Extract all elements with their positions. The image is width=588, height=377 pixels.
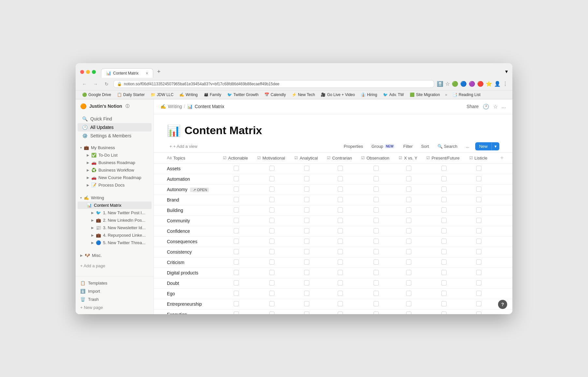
row-topic-cell[interactable]: +⠿Building bbox=[154, 205, 219, 216]
share-nav-icon[interactable]: ⬆️ bbox=[437, 81, 443, 87]
checkbox[interactable] bbox=[338, 207, 343, 213]
new-tab-button[interactable]: + bbox=[154, 66, 164, 77]
checkbox-cell[interactable] bbox=[395, 257, 422, 268]
checkbox[interactable] bbox=[406, 207, 411, 213]
checkbox-cell[interactable] bbox=[253, 226, 290, 236]
checkbox-cell[interactable] bbox=[422, 288, 465, 299]
my-business-header[interactable]: ▾ 💼 My Business bbox=[76, 144, 154, 151]
checkbox[interactable] bbox=[441, 301, 447, 306]
checkbox-cell[interactable] bbox=[219, 216, 253, 226]
import-button[interactable]: ⬇️ Import bbox=[76, 287, 154, 295]
checkbox-cell[interactable] bbox=[357, 184, 395, 195]
col-motivational[interactable]: ☑ Motivational bbox=[253, 153, 290, 164]
checkbox-cell[interactable] bbox=[465, 257, 492, 268]
checkbox-cell[interactable] bbox=[253, 288, 290, 299]
checkbox[interactable] bbox=[374, 166, 379, 171]
checkbox[interactable] bbox=[441, 207, 447, 213]
refresh-button[interactable]: ↻ bbox=[102, 80, 111, 88]
checkbox[interactable] bbox=[476, 239, 481, 244]
checkbox-cell[interactable] bbox=[323, 163, 357, 174]
checkbox-cell[interactable] bbox=[253, 163, 290, 174]
checkbox[interactable] bbox=[476, 197, 481, 202]
checkbox[interactable] bbox=[338, 228, 343, 233]
checkbox-cell[interactable] bbox=[323, 205, 357, 216]
checkbox-cell[interactable] bbox=[219, 247, 253, 257]
checkbox[interactable] bbox=[338, 270, 343, 275]
checkbox-cell[interactable] bbox=[395, 216, 422, 226]
row-topic-cell[interactable]: +⠿Community bbox=[154, 216, 219, 226]
sidebar-linkedin-post[interactable]: ▶ 💼 2. New LinkedIn Pos... bbox=[78, 216, 152, 224]
checkbox[interactable] bbox=[476, 166, 481, 171]
checkbox[interactable] bbox=[269, 228, 274, 233]
checkbox-cell[interactable] bbox=[219, 195, 253, 205]
checkbox-cell[interactable] bbox=[290, 309, 323, 314]
row-topic-cell[interactable]: +⠿Execution bbox=[154, 309, 219, 314]
checkbox[interactable] bbox=[269, 166, 274, 171]
minimize-traffic-light[interactable] bbox=[86, 70, 90, 74]
checkbox[interactable] bbox=[441, 166, 447, 171]
checkbox-cell[interactable] bbox=[422, 216, 465, 226]
bookmark-nav-icon[interactable]: ☆ bbox=[445, 81, 450, 87]
checkbox-cell[interactable] bbox=[290, 268, 323, 278]
address-bar[interactable]: 🔒 notion.so/f06df41133524507965ba61e3945… bbox=[113, 80, 434, 88]
checkbox-cell[interactable] bbox=[323, 278, 357, 288]
checkbox[interactable] bbox=[406, 301, 411, 306]
checkbox-cell[interactable] bbox=[395, 278, 422, 288]
more-toolbar-button[interactable]: ... bbox=[463, 143, 472, 150]
checkbox[interactable] bbox=[304, 197, 309, 202]
checkbox[interactable] bbox=[304, 228, 309, 233]
checkbox[interactable] bbox=[406, 270, 411, 275]
checkbox[interactable] bbox=[374, 187, 379, 192]
row-topic-cell[interactable]: +⠿Brand bbox=[154, 195, 219, 205]
checkbox-cell[interactable] bbox=[219, 278, 253, 288]
sidebar-content-matrix[interactable]: 📊 Content Matrix bbox=[78, 202, 152, 209]
checkbox[interactable] bbox=[406, 312, 411, 314]
sidebar-nav-quick-find[interactable]: 🔍 Quick Find bbox=[78, 115, 152, 123]
checkbox[interactable] bbox=[374, 218, 379, 223]
checkbox-cell[interactable] bbox=[219, 174, 253, 184]
checkbox-cell[interactable] bbox=[465, 216, 492, 226]
checkbox-cell[interactable] bbox=[422, 195, 465, 205]
checkbox-cell[interactable] bbox=[290, 278, 323, 288]
checkbox[interactable] bbox=[406, 280, 411, 286]
back-button[interactable]: ← bbox=[80, 80, 89, 88]
share-button[interactable]: Share bbox=[466, 104, 478, 109]
more-nav-icon[interactable]: ⋮ bbox=[503, 81, 508, 87]
checkbox[interactable] bbox=[234, 187, 239, 192]
checkbox-cell[interactable] bbox=[290, 216, 323, 226]
checkbox-cell[interactable] bbox=[253, 247, 290, 257]
extension-icon-1[interactable]: 🟢 bbox=[452, 81, 458, 87]
add-column-button[interactable]: + bbox=[492, 153, 512, 164]
checkbox[interactable] bbox=[269, 187, 274, 192]
checkbox-cell[interactable] bbox=[253, 278, 290, 288]
checkbox-cell[interactable] bbox=[219, 236, 253, 247]
checkbox[interactable] bbox=[234, 239, 239, 244]
checkbox[interactable] bbox=[269, 249, 274, 254]
checkbox[interactable] bbox=[441, 270, 447, 275]
checkbox-cell[interactable] bbox=[357, 247, 395, 257]
workspace-header[interactable]: 🟠 Justin's Notion ⓘ bbox=[76, 99, 154, 113]
checkbox[interactable] bbox=[234, 228, 239, 233]
row-topic-cell[interactable]: +⠿Assets bbox=[154, 163, 219, 174]
checkbox-cell[interactable] bbox=[422, 184, 465, 195]
bookmark-new-tech[interactable]: ⚡ New Tech bbox=[290, 92, 317, 98]
filter-button[interactable]: Filter bbox=[401, 143, 415, 150]
checkbox-cell[interactable] bbox=[290, 226, 323, 236]
bookmark-twitter-growth[interactable]: 🐦 Twitter Growth bbox=[225, 92, 260, 98]
trash-button[interactable]: 🗑️ Trash bbox=[76, 295, 154, 303]
checkbox[interactable] bbox=[441, 239, 447, 244]
row-topic-cell[interactable]: +⠿Consistency bbox=[154, 247, 219, 257]
checkbox[interactable] bbox=[269, 312, 274, 314]
sidebar-twitter-thread[interactable]: ▶ 🔵 5. New Twitter Threa... bbox=[78, 239, 152, 246]
sidebar-nav-all-updates[interactable]: 🕐 All Updates bbox=[78, 123, 152, 132]
checkbox[interactable] bbox=[406, 166, 411, 171]
checkbox-cell[interactable] bbox=[395, 309, 422, 314]
checkbox[interactable] bbox=[234, 259, 239, 265]
checkbox[interactable] bbox=[406, 239, 411, 244]
checkbox[interactable] bbox=[234, 176, 239, 181]
checkbox-cell[interactable] bbox=[395, 195, 422, 205]
checkbox[interactable] bbox=[234, 197, 239, 202]
checkbox-cell[interactable] bbox=[219, 226, 253, 236]
checkbox-cell[interactable] bbox=[219, 268, 253, 278]
checkbox-cell[interactable] bbox=[357, 299, 395, 309]
